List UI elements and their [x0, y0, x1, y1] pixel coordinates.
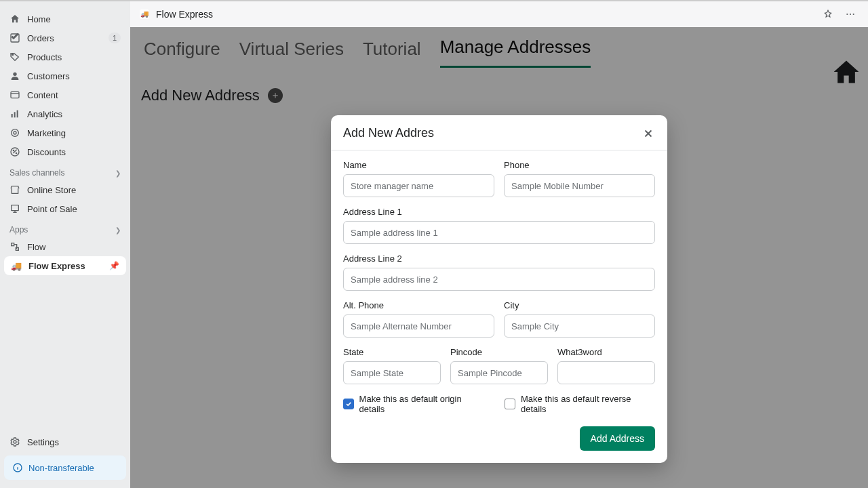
svg-rect-5 — [14, 112, 16, 117]
checkbox-default-reverse[interactable]: Make this as default reverse details — [505, 394, 655, 414]
nav-label: Orders — [27, 33, 102, 43]
nav-label: Point of Sale — [27, 204, 121, 214]
nav-flow-express[interactable]: 🚚 Flow Express 📌 — [4, 256, 126, 275]
chevron-right-icon: ❯ — [115, 169, 121, 177]
pos-icon — [9, 203, 20, 214]
add-address-button[interactable]: Add Address — [580, 426, 655, 451]
field-altphone: Alt. Phone — [343, 300, 494, 338]
non-transferable-banner[interactable]: Non-transferable — [4, 455, 126, 480]
nav-analytics[interactable]: Analytics — [0, 104, 130, 123]
modal-body: Name Phone Address Line 1 — [331, 150, 667, 463]
content-icon — [9, 89, 20, 100]
flow-icon — [9, 241, 20, 252]
field-addr1: Address Line 1 — [343, 207, 655, 244]
svg-rect-12 — [12, 205, 19, 211]
input-state[interactable] — [343, 361, 441, 384]
field-addr2: Address Line 2 — [343, 253, 655, 291]
svg-point-17 — [846, 13, 848, 14]
info-icon — [12, 462, 23, 473]
section-label: Apps — [9, 225, 28, 235]
nav-label: Online Store — [27, 185, 121, 195]
store-icon — [9, 184, 20, 195]
input-name[interactable] — [343, 174, 494, 197]
nav-label: Products — [27, 52, 121, 62]
nav-label: Analytics — [27, 109, 121, 119]
input-addr2[interactable] — [343, 268, 655, 291]
nav-online-store[interactable]: Online Store — [0, 180, 130, 199]
tag-icon — [9, 52, 20, 62]
nav-home[interactable]: Home — [0, 9, 130, 28]
orders-badge: 1 — [108, 33, 121, 43]
field-state: State — [343, 347, 441, 384]
svg-rect-4 — [12, 114, 13, 117]
svg-point-8 — [14, 131, 16, 134]
pin-icon[interactable]: 📌 — [109, 261, 119, 270]
nav-sales: Online Store Point of Sale — [0, 180, 130, 218]
svg-point-18 — [850, 13, 851, 14]
input-pincode[interactable] — [450, 361, 548, 384]
field-city: City — [504, 300, 655, 338]
modal-header: Add New Addres — [331, 115, 667, 150]
input-city[interactable] — [504, 314, 655, 338]
label-city: City — [504, 300, 655, 310]
nav-marketing[interactable]: Marketing — [0, 123, 130, 142]
discount-icon — [9, 146, 20, 157]
field-name: Name — [343, 160, 494, 197]
svg-point-10 — [13, 150, 14, 150]
sales-channels-header[interactable]: Sales channels ❯ — [0, 161, 130, 180]
more-icon[interactable] — [842, 6, 859, 22]
svg-point-11 — [16, 152, 16, 153]
nav-label: Content — [27, 90, 121, 100]
label-phone: Phone — [504, 160, 655, 170]
label-state: State — [343, 347, 441, 357]
label-addr1: Address Line 1 — [343, 207, 655, 217]
content: Configure Virtual Series Tutorial Manage… — [130, 27, 868, 488]
add-address-modal: Add New Addres Name Phone Addre — [331, 115, 667, 463]
checkbox-default-origin[interactable]: Make this as default origin details — [343, 394, 486, 414]
nav-label: Customers — [27, 71, 121, 81]
chevron-right-icon: ❯ — [115, 226, 121, 234]
input-what3word[interactable] — [557, 361, 655, 384]
checkbox-icon — [343, 399, 354, 409]
apps-header[interactable]: Apps ❯ — [0, 218, 130, 237]
nav-discounts[interactable]: Discounts — [0, 142, 130, 161]
nav-orders[interactable]: Orders 1 — [0, 28, 130, 47]
checkbox-row: Make this as default origin details Make… — [343, 394, 655, 414]
app-badge-icon: 🚚 — [140, 9, 149, 19]
nav-apps: Flow 🚚 Flow Express 📌 — [0, 237, 130, 275]
input-phone[interactable] — [504, 174, 655, 197]
sidebar: Home Orders 1 Products Customers Content… — [0, 1, 130, 488]
field-what3word: What3word — [557, 347, 655, 384]
nav-settings[interactable]: Settings — [0, 432, 130, 451]
svg-rect-3 — [11, 92, 19, 98]
label-pincode: Pincode — [450, 347, 548, 357]
field-phone: Phone — [504, 160, 655, 197]
label-altphone: Alt. Phone — [343, 300, 494, 310]
person-icon — [9, 70, 20, 81]
input-altphone[interactable] — [343, 314, 494, 338]
svg-rect-13 — [12, 243, 14, 246]
nav-products[interactable]: Products — [0, 47, 130, 66]
nav-label: Flow Express — [28, 261, 102, 271]
svg-point-1 — [12, 54, 14, 56]
label-what3word: What3word — [557, 347, 655, 357]
svg-rect-6 — [17, 110, 18, 118]
nav-content[interactable]: Content — [0, 85, 130, 104]
orders-icon — [9, 33, 20, 43]
svg-point-19 — [853, 13, 854, 14]
checkbox-label: Make this as default origin details — [359, 394, 486, 414]
section-label: Sales channels — [9, 168, 64, 178]
nav-flow[interactable]: Flow — [0, 237, 130, 256]
nav-pos[interactable]: Point of Sale — [0, 199, 130, 218]
label-name: Name — [343, 160, 494, 170]
target-icon — [9, 127, 20, 138]
pin-icon[interactable] — [821, 7, 835, 22]
input-addr1[interactable] — [343, 221, 655, 244]
svg-point-7 — [12, 129, 19, 137]
svg-point-2 — [13, 73, 16, 76]
home-icon — [9, 14, 20, 24]
nav-customers[interactable]: Customers — [0, 66, 130, 85]
close-icon[interactable] — [642, 127, 655, 140]
app-title: Flow Express — [156, 9, 213, 20]
modal-footer: Add Address — [343, 426, 655, 451]
